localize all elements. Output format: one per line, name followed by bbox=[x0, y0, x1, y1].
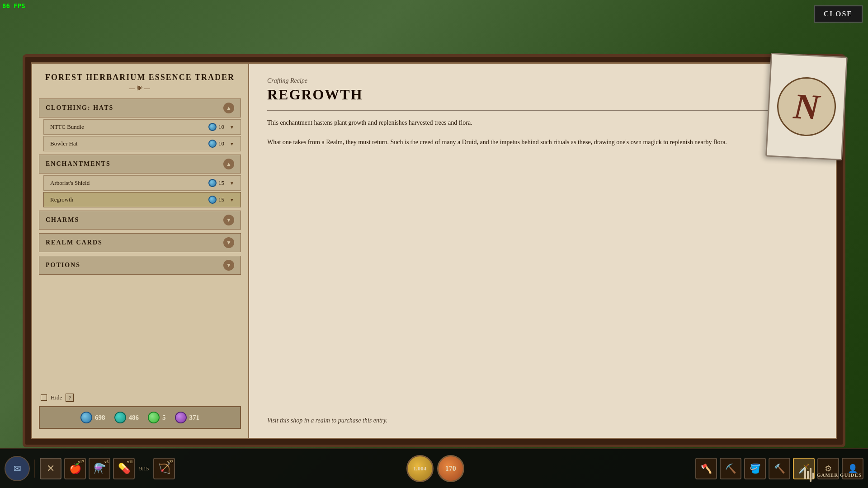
hud-center: 1,004 170 bbox=[406, 455, 464, 482]
visit-notice: Visit this shop in a realm to purchase t… bbox=[267, 417, 387, 424]
tool-count-2: x6 bbox=[104, 460, 108, 464]
recipe-label: Crafting Recipe bbox=[267, 77, 818, 84]
item-arborists-shield[interactable]: Arborist's Shield 15 ▼ bbox=[43, 175, 241, 191]
hide-label: Hide bbox=[51, 394, 62, 401]
close-button[interactable]: CLOSE bbox=[814, 5, 863, 23]
realm-cards-label: REALM CARDS bbox=[46, 239, 103, 246]
arborists-shield-cost: 15 bbox=[218, 179, 224, 187]
nttc-bundle-price: 10 ▼ bbox=[208, 123, 234, 131]
tool-bow[interactable]: 🏹 x22 bbox=[153, 458, 175, 479]
bowler-hat-price: 10 ▼ bbox=[208, 140, 234, 148]
tool-count-4: x22 bbox=[167, 460, 174, 464]
currency-blue-amount: 698 bbox=[95, 414, 105, 422]
gamer-guides-logo: GAMER GUIDES bbox=[804, 468, 862, 482]
recipe-description: This enchantment hastens plant growth an… bbox=[267, 118, 818, 128]
taskbar: ✉ ✕ 🍎 x17 ⚗️ x6 💊 x11 9:15 🏹 x22 1,004 1… bbox=[0, 448, 868, 488]
action-slash[interactable]: ✕ bbox=[40, 458, 61, 479]
category-realm-cards[interactable]: REALM CARDS ▼ bbox=[39, 233, 241, 252]
tool-potion-1[interactable]: 🍎 x17 bbox=[64, 458, 86, 479]
decorative-card: N bbox=[765, 53, 848, 161]
bowler-hat-cost: 10 bbox=[218, 140, 224, 147]
detail-panel: N Crafting Recipe REGROWTH This enchantm… bbox=[249, 64, 836, 438]
category-clothing-hats[interactable]: CLOTHING: HATS ▲ bbox=[39, 99, 241, 117]
gem-blue-icon bbox=[80, 412, 92, 423]
shop-divider: ⸻❧⸻ bbox=[39, 85, 241, 92]
tool-count-3: x11 bbox=[127, 460, 133, 464]
shop-panel: FOREST HERBARIUM ESSENCE TRADER ⸻❧⸻ CLOT… bbox=[32, 64, 249, 438]
currency-item-blue: 698 bbox=[80, 412, 105, 423]
arborists-shield-price: 15 ▼ bbox=[208, 179, 234, 187]
hud-coins: 1,004 bbox=[406, 455, 434, 482]
fps-counter: 86 FPS bbox=[2, 2, 25, 9]
nttc-bundle-cost: 10 bbox=[218, 123, 224, 131]
time-display: 9:15 bbox=[139, 465, 149, 472]
bowler-hat-name: Bowler Hat bbox=[50, 140, 77, 147]
nttc-dropdown-arrow: ▼ bbox=[230, 125, 234, 130]
arborists-dropdown-arrow: ▼ bbox=[230, 181, 234, 186]
tool-axe-2[interactable]: ⛏️ bbox=[720, 458, 741, 479]
nttc-bundle-name: NTTC Bundle bbox=[50, 123, 84, 131]
inner-panel: FOREST HERBARIUM ESSENCE TRADER ⸻❧⸻ CLOT… bbox=[31, 62, 837, 439]
shop-bottom: Hide ? 698 486 5 bbox=[39, 389, 241, 429]
card-letter: N bbox=[793, 85, 821, 128]
card-inner: N bbox=[776, 76, 838, 138]
currency-purple-amount: 371 bbox=[189, 414, 200, 422]
currency-icon-blue3 bbox=[208, 179, 217, 187]
mail-button[interactable]: ✉ bbox=[5, 456, 30, 481]
hide-row: Hide ? bbox=[39, 389, 241, 406]
regrowth-dropdown-arrow: ▼ bbox=[230, 197, 234, 202]
currency-bar: 698 486 5 371 bbox=[39, 406, 241, 429]
hud-gems: 170 bbox=[437, 455, 464, 482]
recipe-lore: What one takes from a Realm, they must r… bbox=[267, 137, 818, 148]
tool-shovel[interactable]: 🪣 bbox=[744, 458, 766, 479]
currency-item-teal: 486 bbox=[114, 412, 139, 423]
tool-hammer[interactable]: 🔨 bbox=[769, 458, 790, 479]
recipe-title: REGROWTH bbox=[267, 86, 818, 103]
realm-cards-icon: ▼ bbox=[223, 237, 234, 248]
gem-teal-icon bbox=[114, 412, 126, 423]
item-nttc-bundle[interactable]: NTTC Bundle 10 ▼ bbox=[43, 119, 241, 135]
currency-item-purple: 371 bbox=[175, 412, 200, 423]
tool-potion-2[interactable]: ⚗️ x6 bbox=[89, 458, 110, 479]
currency-icon-blue bbox=[208, 123, 217, 131]
category-potions[interactable]: POTIONS ▼ bbox=[39, 256, 241, 275]
recipe-separator bbox=[267, 110, 818, 111]
gamer-guides-text: GAMER GUIDES bbox=[817, 472, 862, 478]
regrowth-cost: 15 bbox=[218, 196, 224, 203]
clothing-hats-icon: ▲ bbox=[223, 103, 234, 113]
taskbar-separator-1 bbox=[34, 460, 35, 478]
gem-purple-icon bbox=[175, 412, 187, 423]
main-panel: FOREST HERBARIUM ESSENCE TRADER ⸻❧⸻ CLOT… bbox=[23, 54, 845, 447]
charms-label: CHARMS bbox=[46, 216, 79, 224]
currency-green-amount: 5 bbox=[162, 414, 166, 422]
item-bowler-hat[interactable]: Bowler Hat 10 ▼ bbox=[43, 136, 241, 151]
tool-axe-1[interactable]: 🪓 bbox=[695, 458, 717, 479]
potions-label: POTIONS bbox=[46, 262, 80, 269]
currency-teal-amount: 486 bbox=[129, 414, 139, 422]
gem-green-icon bbox=[148, 412, 160, 423]
bowler-dropdown-arrow: ▼ bbox=[230, 141, 234, 146]
shop-title: FOREST HERBARIUM ESSENCE TRADER bbox=[39, 73, 241, 82]
hud-coins-value: 1,004 bbox=[413, 465, 426, 472]
charms-icon: ▼ bbox=[223, 215, 234, 225]
category-charms[interactable]: CHARMS ▼ bbox=[39, 211, 241, 230]
hide-checkbox[interactable] bbox=[41, 394, 47, 401]
hide-question-button[interactable]: ? bbox=[66, 394, 74, 402]
currency-icon-blue2 bbox=[208, 140, 217, 148]
gg-logo-bars bbox=[804, 468, 814, 482]
item-regrowth[interactable]: Regrowth 15 ▼ bbox=[43, 192, 241, 207]
enchantments-label: ENCHANTMENTS bbox=[46, 160, 111, 168]
tool-item-3[interactable]: 💊 x11 bbox=[113, 458, 135, 479]
clothing-hats-label: CLOTHING: HATS bbox=[46, 104, 113, 112]
currency-icon-blue4 bbox=[208, 196, 217, 204]
potions-icon: ▼ bbox=[223, 260, 234, 271]
regrowth-price: 15 ▼ bbox=[208, 196, 234, 204]
currency-item-green: 5 bbox=[148, 412, 166, 423]
category-enchantments[interactable]: ENCHANTMENTS ▲ bbox=[39, 155, 241, 174]
enchantments-icon: ▲ bbox=[223, 159, 234, 169]
arborists-shield-name: Arborist's Shield bbox=[50, 179, 90, 187]
hud-gems-value: 170 bbox=[445, 465, 456, 473]
regrowth-name: Regrowth bbox=[50, 196, 73, 203]
tool-count-1: x17 bbox=[78, 460, 85, 464]
